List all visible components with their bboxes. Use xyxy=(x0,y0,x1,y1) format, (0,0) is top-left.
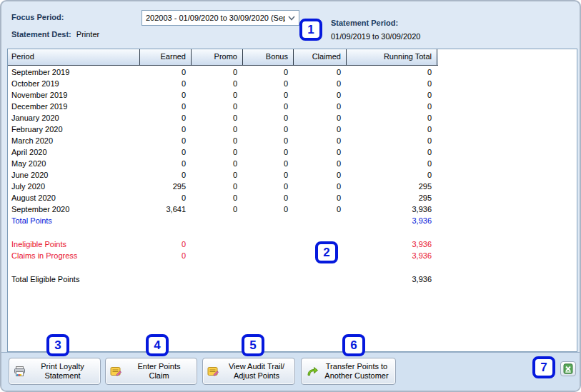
period-cell: July 2020 xyxy=(8,181,140,192)
value-cell: 0 xyxy=(192,203,243,215)
statement-dest-label: Statement Dest: xyxy=(11,30,71,39)
note-edit-icon xyxy=(207,366,219,377)
column-header[interactable]: Period xyxy=(8,49,140,65)
value-cell xyxy=(140,215,192,226)
value-cell: 295 xyxy=(347,192,437,203)
chevron-down-icon xyxy=(287,16,297,21)
value-cell: 0 xyxy=(347,135,437,146)
period-cell: Total Eligible Points xyxy=(8,273,140,285)
period-cell: September 2019 xyxy=(8,66,140,78)
value-cell: 0 xyxy=(347,124,437,135)
value-cell: 0 xyxy=(294,181,347,192)
value-cell: 0 xyxy=(294,101,347,112)
value-cell xyxy=(192,250,243,261)
value-cell xyxy=(294,215,347,226)
table-row: February 202000000 xyxy=(8,124,577,135)
export-excel-button[interactable] xyxy=(560,361,576,376)
period-cell: January 2020 xyxy=(8,112,140,124)
value-cell: 0 xyxy=(243,124,294,135)
value-cell: 0 xyxy=(243,78,294,89)
value-cell: 0 xyxy=(140,158,192,169)
view-audit-trail-button[interactable]: View Audit Trail/Adjust Points xyxy=(202,358,295,385)
table-header: PeriodEarnedPromoBonusClaimedRunning Tot… xyxy=(8,49,438,66)
value-cell: 3,936 xyxy=(347,273,437,285)
focus-period-label: Focus Period: xyxy=(11,13,64,21)
value-cell: 0 xyxy=(294,135,347,146)
table-row: Claims in Progress03,936 xyxy=(8,250,577,261)
table-row: April 202000000 xyxy=(8,146,577,158)
value-cell: 0 xyxy=(294,112,347,124)
value-cell: 0 xyxy=(140,135,192,146)
table-row: September 20203,6410003,936 xyxy=(8,203,577,215)
focus-period-select[interactable]: 202003 - 01/09/2020 to 30/09/2020 (Septe… xyxy=(141,10,299,26)
annotation-7: 7 xyxy=(532,356,555,378)
value-cell: 295 xyxy=(140,181,192,192)
value-cell xyxy=(243,250,294,261)
table-row: August 20200000295 xyxy=(8,192,577,203)
value-cell: 0 xyxy=(140,78,192,89)
value-cell: 0 xyxy=(294,78,347,89)
value-cell: 0 xyxy=(294,124,347,135)
table-row: November 201900000 xyxy=(8,89,577,101)
period-cell: April 2020 xyxy=(8,146,140,158)
transfer-points-button[interactable]: Transfer Points toAnother Customer xyxy=(301,358,396,385)
value-cell xyxy=(243,238,294,250)
period-cell: October 2019 xyxy=(8,78,140,89)
printer-icon xyxy=(14,366,26,377)
statement-dest-value: Printer xyxy=(76,30,99,39)
period-cell: November 2019 xyxy=(8,89,140,101)
value-cell: 3,641 xyxy=(140,203,192,215)
period-cell: December 2019 xyxy=(8,101,140,112)
value-cell: 0 xyxy=(243,101,294,112)
value-cell: 0 xyxy=(192,66,243,78)
value-cell xyxy=(294,273,347,285)
points-table: PeriodEarnedPromoBonusClaimedRunning Tot… xyxy=(7,49,577,352)
period-cell: Total Points xyxy=(8,215,140,226)
loyalty-statement-window: Focus Period: 202003 - 01/09/2020 to 30/… xyxy=(0,0,581,392)
column-header[interactable]: Earned xyxy=(140,49,192,65)
value-cell: 0 xyxy=(243,66,294,78)
value-cell: 3,936 xyxy=(347,215,437,226)
column-header[interactable]: Claimed xyxy=(294,49,347,65)
print-loyalty-statement-button[interactable]: Print LoyaltyStatement xyxy=(9,358,101,385)
value-cell: 0 xyxy=(192,89,243,101)
value-cell: 3,936 xyxy=(347,203,437,215)
value-cell: 0 xyxy=(140,112,192,124)
value-cell: 0 xyxy=(347,169,437,181)
value-cell: 0 xyxy=(140,250,192,261)
value-cell: 3,936 xyxy=(347,238,437,250)
period-cell: Claims in Progress xyxy=(8,250,140,261)
table-spacer xyxy=(8,226,577,238)
value-cell: 0 xyxy=(243,135,294,146)
value-cell xyxy=(192,273,243,285)
value-cell: 3,936 xyxy=(347,250,437,261)
value-cell: 0 xyxy=(347,89,437,101)
column-header[interactable]: Promo xyxy=(192,49,243,65)
value-cell: 0 xyxy=(243,158,294,169)
value-cell: 0 xyxy=(294,169,347,181)
period-cell: August 2020 xyxy=(8,192,140,203)
annotation-6: 6 xyxy=(342,334,365,356)
excel-export-icon xyxy=(563,363,573,374)
value-cell: 0 xyxy=(192,135,243,146)
value-cell xyxy=(192,215,243,226)
value-cell: 0 xyxy=(192,112,243,124)
period-cell: June 2020 xyxy=(8,169,140,181)
print-button-label: Print LoyaltyStatement xyxy=(29,362,96,381)
statement-period-label: Statement Period: xyxy=(331,19,398,27)
annotation-1: 1 xyxy=(299,19,322,41)
column-header[interactable]: Bonus xyxy=(243,49,294,65)
table-row: September 201900000 xyxy=(8,66,577,78)
value-cell: 0 xyxy=(140,89,192,101)
value-cell: 0 xyxy=(347,78,437,89)
table-spacer xyxy=(8,261,577,273)
value-cell: 0 xyxy=(192,78,243,89)
claim-button-label: Enter PointsClaim xyxy=(126,362,192,381)
value-cell: 0 xyxy=(347,66,437,78)
table-row: October 201900000 xyxy=(8,78,577,89)
column-header[interactable]: Running Total xyxy=(347,49,437,65)
value-cell: 0 xyxy=(192,158,243,169)
value-cell: 0 xyxy=(140,238,192,250)
table-body: September 201900000October 201900000Nove… xyxy=(8,66,577,285)
enter-points-claim-button[interactable]: Enter PointsClaim xyxy=(105,358,197,385)
